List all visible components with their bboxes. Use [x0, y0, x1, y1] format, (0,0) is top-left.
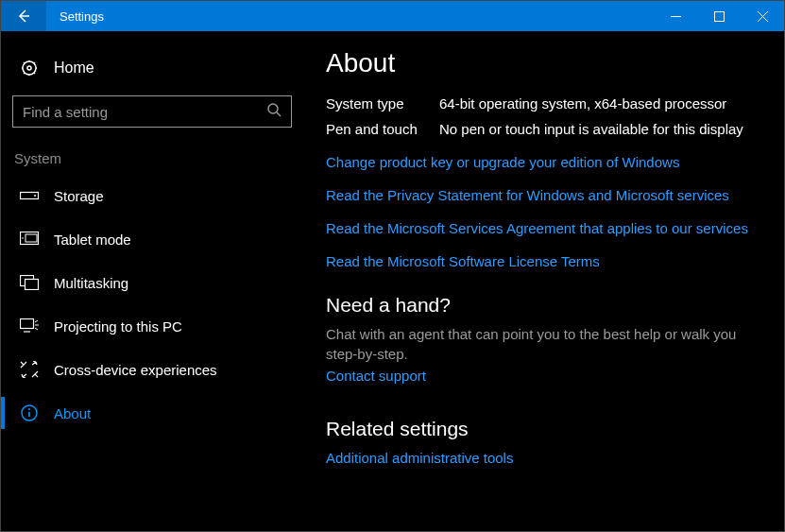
home-link[interactable]: Home: [12, 50, 292, 90]
home-label: Home: [54, 60, 94, 77]
back-button[interactable]: [1, 1, 46, 31]
minimize-button[interactable]: [654, 1, 697, 31]
nav-label: Multitasking: [54, 275, 128, 291]
link-license-terms[interactable]: Read the Microsoft Software License Term…: [326, 253, 761, 269]
minimize-icon: [671, 11, 681, 22]
need-hand-text: Chat with an agent that can point you to…: [326, 324, 761, 364]
svg-point-13: [28, 408, 30, 410]
system-type-value: 64-bit operating system, x64-based proce…: [439, 95, 726, 112]
pen-touch-row: Pen and touch No pen or touch input is a…: [326, 121, 761, 137]
tablet-icon: [18, 232, 41, 247]
sidebar: Home System Storage Tablet mode Mu: [1, 31, 303, 531]
nav-item-projecting[interactable]: Projecting to this PC: [12, 304, 292, 348]
nav-label: About: [54, 405, 91, 421]
link-services-agreement[interactable]: Read the Microsoft Services Agreement th…: [326, 220, 761, 236]
svg-rect-7: [26, 234, 37, 242]
nav-label: Tablet mode: [54, 232, 131, 248]
nav-item-multitasking[interactable]: Multitasking: [12, 261, 292, 304]
svg-point-5: [34, 195, 36, 197]
page-title: About: [326, 48, 761, 78]
svg-point-3: [268, 104, 278, 113]
system-type-row: System type 64-bit operating system, x64…: [326, 95, 761, 112]
link-privacy-statement[interactable]: Read the Privacy Statement for Windows a…: [326, 187, 761, 203]
pen-touch-label: Pen and touch: [326, 121, 439, 137]
svg-point-2: [27, 66, 31, 70]
back-arrow-icon: [16, 9, 31, 24]
nav-label: Projecting to this PC: [54, 318, 182, 335]
svg-rect-10: [26, 280, 39, 290]
related-settings-title: Related settings: [326, 418, 761, 440]
multitasking-icon: [18, 275, 41, 290]
svg-point-8: [22, 237, 24, 239]
close-icon: [758, 11, 768, 22]
window-controls: [654, 1, 784, 31]
pen-touch-value: No pen or touch input is available for t…: [439, 121, 743, 137]
nav-item-about[interactable]: About: [12, 391, 292, 435]
nav-label: Storage: [54, 188, 104, 204]
maximize-icon: [714, 11, 725, 22]
link-product-key[interactable]: Change product key or upgrade your editi…: [326, 154, 761, 170]
svg-rect-0: [714, 11, 724, 21]
storage-icon: [18, 189, 41, 202]
window-title: Settings: [46, 9, 654, 24]
nav-item-storage[interactable]: Storage: [12, 174, 292, 217]
search-input[interactable]: [23, 104, 266, 120]
close-button[interactable]: [741, 1, 784, 31]
svg-rect-11: [21, 319, 34, 329]
need-hand-title: Need a hand?: [326, 294, 761, 317]
link-contact-support[interactable]: Contact support: [326, 368, 761, 384]
system-type-label: System type: [326, 95, 439, 112]
info-icon: [18, 404, 41, 421]
search-icon: [266, 102, 282, 121]
nav-label: Cross-device experiences: [54, 362, 217, 378]
link-admin-tools[interactable]: Additional administrative tools: [326, 450, 761, 466]
cross-device-icon: [18, 361, 41, 378]
nav-item-tablet-mode[interactable]: Tablet mode: [12, 217, 292, 261]
home-icon: [18, 60, 41, 77]
category-label: System: [12, 146, 292, 174]
svg-point-1: [23, 61, 36, 75]
title-bar: Settings: [1, 1, 784, 31]
maximize-button[interactable]: [697, 1, 741, 31]
projecting-icon: [18, 318, 41, 334]
main-content: About System type 64-bit operating syste…: [303, 31, 784, 531]
nav-item-cross-device[interactable]: Cross-device experiences: [12, 348, 292, 391]
search-box[interactable]: [12, 95, 292, 128]
